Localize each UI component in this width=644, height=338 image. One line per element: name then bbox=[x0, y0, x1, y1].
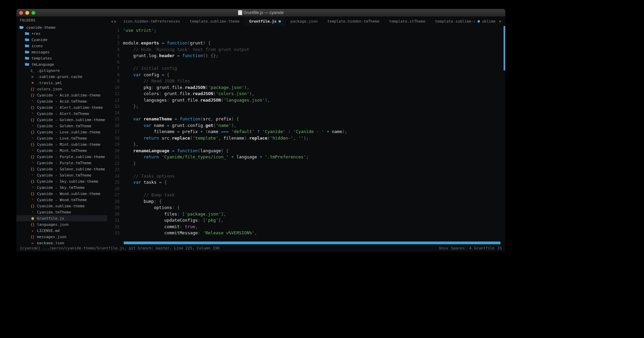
tab[interactable]: template.sublime-settings bbox=[430, 16, 475, 26]
status-file[interactable]: Gruntfile bbox=[474, 246, 495, 250]
tree-item[interactable]: ৲Cyanide - Acid.tmTheme bbox=[16, 98, 107, 104]
tree-item[interactable]: {}Cyanide - Alert.sublime-theme bbox=[16, 104, 107, 110]
json-icon: {} bbox=[30, 87, 35, 91]
tree-item[interactable]: ৲Cyanide.tmTheme bbox=[16, 209, 107, 215]
tree-item[interactable]: ▬package.json bbox=[16, 240, 107, 244]
nav-back-icon[interactable]: ◀ bbox=[111, 19, 113, 24]
tree-item[interactable]: ৲Cyanide - Wood.tmTheme bbox=[16, 197, 107, 203]
tree-item[interactable]: ৲Cyanide - Purple.tmTheme bbox=[16, 160, 107, 166]
folder-icon bbox=[25, 56, 29, 60]
tab-label: template.sublime-theme bbox=[190, 19, 240, 24]
tree-item[interactable]: {}Cyanide - Acid.sublime-theme bbox=[16, 92, 107, 98]
line-number: 17 bbox=[107, 129, 120, 135]
code-line: languages: grunt.file.readJSON('language… bbox=[123, 97, 505, 104]
tree-item[interactable]: {}Cyanide - Mint.sublime-theme bbox=[16, 141, 107, 147]
tab[interactable]: template.stTheme bbox=[384, 16, 430, 26]
tree-item-label: Cyanide - Salmon.tmTheme bbox=[37, 173, 91, 178]
tree-item[interactable]: ✦LICENSE.md bbox=[16, 228, 107, 234]
tab-overflow-icon[interactable]: ▼ bbox=[496, 20, 504, 23]
tree-item[interactable]: ৲Cyanide - Mint.tmTheme bbox=[16, 147, 107, 154]
dirty-indicator-icon bbox=[278, 20, 281, 23]
tree-item-label: Cyanide bbox=[32, 38, 47, 42]
theme-icon: ৲ bbox=[30, 210, 35, 214]
tab-label: template.hidden-tmTheme bbox=[327, 19, 380, 24]
tree-item-label: Cyanide - Alert.tmTheme bbox=[37, 112, 89, 116]
tree-item[interactable]: ⬢Gruntfile.js bbox=[16, 215, 107, 221]
code-line: filename = prefix + (name === 'default' … bbox=[123, 129, 505, 135]
line-number: 22 bbox=[107, 160, 120, 167]
horizontal-scrollbar[interactable] bbox=[124, 242, 500, 244]
tab-label: Gruntfile.js bbox=[249, 19, 276, 24]
tree-item[interactable]: {}colors.json bbox=[16, 86, 107, 92]
window-title: Gruntfile.js — cyanide bbox=[16, 10, 505, 15]
tree-item[interactable]: {}messages.json bbox=[16, 234, 107, 240]
tree-item[interactable]: cyanide-theme bbox=[16, 24, 107, 30]
code-line: var config = { bbox=[123, 72, 505, 78]
tree-item[interactable]: +res bbox=[16, 30, 107, 37]
code-line: renameLanguage = function(language) { bbox=[123, 148, 505, 154]
tree-item[interactable]: messages bbox=[16, 49, 107, 55]
tab-label: package.json bbox=[290, 19, 318, 24]
tab[interactable]: Gruntfile.js bbox=[245, 16, 286, 26]
tree-item[interactable]: {}Cyanide - Purple.sublime-theme bbox=[16, 154, 107, 160]
tree-item-label: Cyanide - Acid.sublime-theme bbox=[37, 93, 100, 98]
line-number: 31 bbox=[107, 217, 120, 224]
tree-item[interactable]: ৲Cyanide - Sky.tmTheme bbox=[16, 184, 107, 191]
tab[interactable]: template.hidden-tmTheme bbox=[323, 16, 384, 26]
tree-item[interactable]: icons bbox=[16, 43, 107, 49]
tabs-host: icon.hidden-tmPreferencestemplate.sublim… bbox=[119, 16, 475, 26]
tree-item-label: templates bbox=[32, 56, 52, 61]
tree-item[interactable]: ৲Cyanide - Golden.tmTheme bbox=[16, 123, 107, 129]
status-spaces[interactable]: Spaces: 4 bbox=[451, 246, 472, 250]
tree-item-label: +res bbox=[32, 31, 41, 36]
tree-item-label: languages.json bbox=[37, 222, 69, 227]
code-line: return 'Cyanide/file_types/icon_' + lang… bbox=[123, 154, 505, 160]
status-language[interactable]: JS bbox=[497, 246, 502, 250]
tree-item[interactable]: {}Cyanide - Salmon.sublime-theme bbox=[16, 166, 107, 172]
sidebar: FOLDERS cyanide-theme+resCyanideiconsmes… bbox=[16, 16, 107, 244]
code-line: // Tasks options bbox=[123, 173, 505, 180]
tree-item-label: Cyanide - Mint.sublime-theme bbox=[37, 142, 100, 147]
tree-item[interactable]: {}Cyanide - Golden.sublime-theme bbox=[16, 117, 107, 123]
line-number: 3 bbox=[107, 40, 120, 47]
tree-item-label: tmLanguage bbox=[32, 62, 54, 67]
tree-item[interactable]: templates bbox=[16, 55, 107, 61]
tree-item[interactable]: $_.gitignore bbox=[16, 67, 107, 74]
nav-forward-icon[interactable]: ▶ bbox=[114, 19, 117, 24]
tree-item[interactable]: {}Cyanide - Wood.sublime-theme bbox=[16, 191, 107, 197]
tree-item-label: Cyanide - Alert.sublime-theme bbox=[37, 105, 103, 110]
tree-item-label: Cyanide - Purple.sublime-theme bbox=[37, 155, 105, 159]
line-number: 32 bbox=[107, 224, 120, 230]
file-icon bbox=[238, 10, 242, 15]
tree-item[interactable]: {}Cyanide.sublime-theme bbox=[16, 203, 107, 209]
tab[interactable]: icon.hidden-tmPreferences bbox=[119, 16, 185, 26]
code-line: updateConfigs: ['pkg'], bbox=[123, 217, 505, 224]
line-number: 24 bbox=[107, 173, 120, 180]
tree-item[interactable]: ⚑.travis.yml bbox=[16, 80, 107, 86]
tree-item[interactable]: {}Cyanide - Sky.sublime-theme bbox=[16, 178, 107, 184]
tree-item-label: messages bbox=[32, 50, 50, 54]
tree-item[interactable]: Cyanide bbox=[16, 37, 107, 43]
line-number: 20 bbox=[107, 148, 120, 154]
status-encoding[interactable]: Unix bbox=[439, 246, 448, 250]
code-area[interactable]: 'use strict';module.exports = function(g… bbox=[123, 26, 505, 244]
json-icon: {} bbox=[30, 142, 35, 146]
tree-item-label: package.json bbox=[37, 241, 64, 245]
theme-icon: ৲ bbox=[30, 173, 35, 177]
minimap-scrollbar[interactable] bbox=[504, 26, 505, 70]
json-icon: {} bbox=[30, 105, 35, 109]
tree-item[interactable]: {}languages.json bbox=[16, 221, 107, 228]
tab[interactable]: package.json bbox=[286, 16, 322, 26]
tree-item[interactable]: {}Cyanide - Love.sublime-theme bbox=[16, 129, 107, 135]
tab-label: template.stTheme bbox=[389, 19, 425, 24]
tree-item[interactable]: ৲Cyanide - Salmon.tmTheme bbox=[16, 172, 107, 178]
tree-item-label: Cyanide - Love.tmTheme bbox=[37, 136, 87, 141]
editor[interactable]: 1234567891011121314151617181920212223242… bbox=[107, 26, 505, 244]
tab-label: ublime bbox=[482, 19, 496, 24]
tree-item[interactable]: tmLanguage bbox=[16, 61, 107, 67]
tab[interactable]: template.sublime-theme bbox=[185, 16, 245, 26]
tree-item[interactable]: ৲Cyanide - Love.tmTheme bbox=[16, 135, 107, 141]
tree-item[interactable]: ⚙.sublime-grunt.cache bbox=[16, 74, 107, 80]
tab-cut[interactable]: ublime bbox=[475, 16, 496, 26]
tree-item[interactable]: ৲Cyanide - Alert.tmTheme bbox=[16, 110, 107, 117]
